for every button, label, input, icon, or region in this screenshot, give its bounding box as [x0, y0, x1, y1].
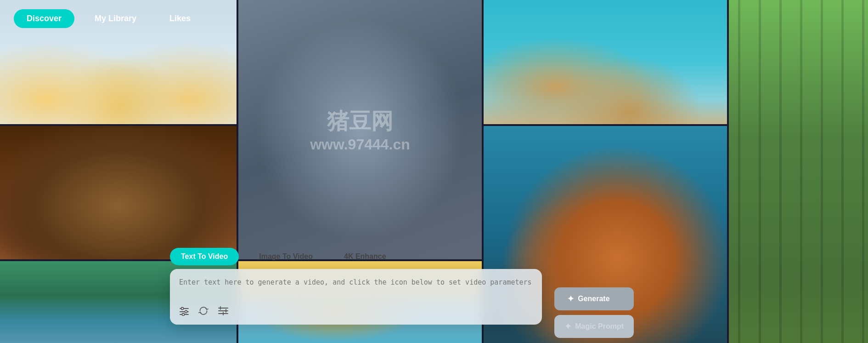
magic-prompt-button[interactable]: ✦ Magic Prompt: [554, 315, 634, 338]
bottom-panel: Text To Video Image To Video 4K Enhance: [170, 248, 542, 325]
likes-tab[interactable]: Likes: [157, 9, 203, 28]
watermark: 猪豆网 www.97444.cn: [310, 107, 410, 153]
bamboo-image: [729, 0, 868, 343]
magic-prompt-label: Magic Prompt: [575, 322, 624, 331]
enhance-4k-tab[interactable]: 4K Enhance: [333, 248, 397, 265]
dragon-image: 猪豆网 www.97444.cn: [238, 0, 482, 259]
action-buttons: ✦ Generate ✦ Magic Prompt: [554, 287, 634, 338]
sliders-button[interactable]: [179, 306, 189, 318]
mode-tabs: Text To Video Image To Video 4K Enhance: [170, 248, 542, 265]
corgi-image: [484, 0, 727, 124]
svg-point-5: [182, 314, 185, 316]
generate-button[interactable]: ✦ Generate: [554, 287, 634, 310]
equalizer-icon: [218, 306, 229, 318]
my-library-tab[interactable]: My Library: [82, 9, 149, 28]
coffee-ship-image: [0, 126, 237, 259]
magic-sparkle-icon: ✦: [564, 321, 571, 332]
refresh-button[interactable]: [198, 306, 209, 318]
generate-label: Generate: [578, 295, 609, 303]
sparkle-icon: ✦: [567, 294, 574, 304]
sliders-icon: [179, 306, 189, 318]
svg-point-3: [185, 311, 187, 313]
refresh-icon: [198, 306, 209, 318]
nav-bar: Discover My Library Likes: [14, 9, 203, 28]
svg-point-1: [181, 308, 184, 310]
input-controls: [179, 306, 533, 318]
input-area: ✦ Generate ✦ Magic Prompt: [170, 269, 542, 325]
image-to-video-tab[interactable]: Image To Video: [248, 248, 324, 265]
discover-tab[interactable]: Discover: [14, 9, 74, 28]
text-to-video-tab[interactable]: Text To Video: [170, 248, 239, 265]
equalizer-button[interactable]: [218, 306, 229, 318]
prompt-input[interactable]: [179, 277, 533, 300]
